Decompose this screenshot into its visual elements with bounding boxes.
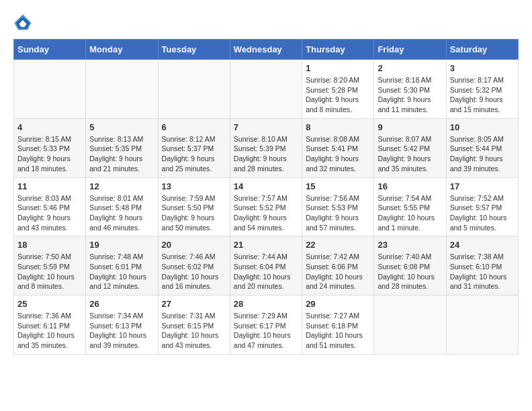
day-info: Sunrise: 7:46 AMSunset: 6:02 PMDaylight:…: [162, 252, 226, 291]
day-info: Sunrise: 8:12 AMSunset: 5:37 PMDaylight:…: [162, 134, 226, 174]
weekday-header-friday: Friday: [374, 40, 446, 60]
day-info: Sunrise: 8:08 AMSunset: 5:41 PMDaylight:…: [306, 134, 370, 174]
day-info: Sunrise: 7:54 AMSunset: 5:55 PMDaylight:…: [378, 193, 442, 233]
day-number: 18: [17, 240, 82, 250]
logo-icon: [13, 13, 32, 32]
calendar-cell: 9Sunrise: 8:07 AMSunset: 5:42 PMDaylight…: [374, 118, 446, 177]
calendar-cell: 13Sunrise: 7:59 AMSunset: 5:50 PMDayligh…: [158, 177, 230, 236]
day-info: Sunrise: 7:59 AMSunset: 5:50 PMDaylight:…: [162, 193, 226, 233]
day-info: Sunrise: 7:52 AMSunset: 5:57 PMDaylight:…: [450, 193, 515, 233]
calendar-cell: 21Sunrise: 7:44 AMSunset: 6:04 PMDayligh…: [230, 236, 302, 295]
day-info: Sunrise: 8:05 AMSunset: 5:44 PMDaylight:…: [450, 134, 515, 174]
calendar-cell: 11Sunrise: 8:03 AMSunset: 5:46 PMDayligh…: [14, 177, 86, 236]
day-number: 1: [306, 63, 370, 73]
day-number: 9: [378, 122, 442, 132]
day-number: 29: [306, 299, 370, 309]
day-number: 28: [234, 299, 298, 309]
day-info: Sunrise: 7:56 AMSunset: 5:53 PMDaylight:…: [306, 193, 370, 233]
calendar-cell: 19Sunrise: 7:48 AMSunset: 6:01 PMDayligh…: [86, 236, 158, 295]
day-info: Sunrise: 8:20 AMSunset: 5:28 PMDaylight:…: [306, 75, 370, 115]
weekday-header-wednesday: Wednesday: [230, 40, 302, 60]
day-number: 19: [89, 240, 154, 250]
day-number: 6: [162, 122, 226, 132]
day-number: 11: [17, 181, 82, 191]
day-number: 5: [89, 122, 154, 132]
day-info: Sunrise: 8:17 AMSunset: 5:32 PMDaylight:…: [450, 75, 515, 115]
calendar-cell: [158, 60, 230, 119]
calendar-cell: [14, 60, 86, 119]
day-number: 21: [234, 240, 298, 250]
calendar-cell: 15Sunrise: 7:56 AMSunset: 5:53 PMDayligh…: [302, 177, 374, 236]
day-info: Sunrise: 8:10 AMSunset: 5:39 PMDaylight:…: [234, 134, 298, 174]
day-info: Sunrise: 7:34 AMSunset: 6:13 PMDaylight:…: [89, 311, 154, 351]
day-info: Sunrise: 7:57 AMSunset: 5:52 PMDaylight:…: [234, 193, 298, 233]
day-number: 14: [234, 181, 298, 191]
day-info: Sunrise: 8:13 AMSunset: 5:35 PMDaylight:…: [89, 134, 154, 174]
day-info: Sunrise: 7:50 AMSunset: 5:59 PMDaylight:…: [17, 252, 82, 291]
calendar-cell: [230, 60, 302, 119]
day-info: Sunrise: 7:27 AMSunset: 6:18 PMDaylight:…: [306, 311, 370, 351]
calendar-cell: 22Sunrise: 7:42 AMSunset: 6:06 PMDayligh…: [302, 236, 374, 295]
day-number: 27: [162, 299, 226, 309]
calendar-cell: 16Sunrise: 7:54 AMSunset: 5:55 PMDayligh…: [374, 177, 446, 236]
day-number: 2: [378, 63, 442, 73]
day-number: 12: [89, 181, 154, 191]
calendar-cell: 1Sunrise: 8:20 AMSunset: 5:28 PMDaylight…: [302, 60, 374, 119]
calendar-cell: 10Sunrise: 8:05 AMSunset: 5:44 PMDayligh…: [446, 118, 518, 177]
weekday-header-thursday: Thursday: [302, 40, 374, 60]
calendar-table: SundayMondayTuesdayWednesdayThursdayFrid…: [13, 39, 519, 355]
calendar-cell: 25Sunrise: 7:36 AMSunset: 6:11 PMDayligh…: [14, 295, 86, 355]
day-info: Sunrise: 7:42 AMSunset: 6:06 PMDaylight:…: [306, 252, 370, 291]
calendar-cell: 24Sunrise: 7:38 AMSunset: 6:10 PMDayligh…: [446, 236, 518, 295]
weekday-header-monday: Monday: [86, 40, 158, 60]
day-number: 8: [306, 122, 370, 132]
day-number: 7: [234, 122, 298, 132]
calendar-cell: 29Sunrise: 7:27 AMSunset: 6:18 PMDayligh…: [302, 295, 374, 355]
calendar-cell: 23Sunrise: 7:40 AMSunset: 6:08 PMDayligh…: [374, 236, 446, 295]
calendar-week-row: 18Sunrise: 7:50 AMSunset: 5:59 PMDayligh…: [14, 236, 519, 295]
day-info: Sunrise: 7:38 AMSunset: 6:10 PMDaylight:…: [450, 252, 515, 291]
day-info: Sunrise: 8:03 AMSunset: 5:46 PMDaylight:…: [17, 193, 82, 233]
day-number: 23: [378, 240, 442, 250]
calendar-week-row: 25Sunrise: 7:36 AMSunset: 6:11 PMDayligh…: [14, 295, 519, 355]
calendar-cell: 18Sunrise: 7:50 AMSunset: 5:59 PMDayligh…: [14, 236, 86, 295]
calendar-header-row: SundayMondayTuesdayWednesdayThursdayFrid…: [14, 40, 519, 60]
day-number: 22: [306, 240, 370, 250]
day-info: Sunrise: 7:48 AMSunset: 6:01 PMDaylight:…: [89, 252, 154, 291]
calendar-week-row: 4Sunrise: 8:15 AMSunset: 5:33 PMDaylight…: [14, 118, 519, 177]
calendar-cell: 6Sunrise: 8:12 AMSunset: 5:37 PMDaylight…: [158, 118, 230, 177]
day-number: 13: [162, 181, 226, 191]
calendar-week-row: 1Sunrise: 8:20 AMSunset: 5:28 PMDaylight…: [14, 60, 519, 119]
calendar-cell: 27Sunrise: 7:31 AMSunset: 6:15 PMDayligh…: [158, 295, 230, 355]
day-number: 16: [378, 181, 442, 191]
calendar-cell: 20Sunrise: 7:46 AMSunset: 6:02 PMDayligh…: [158, 236, 230, 295]
day-info: Sunrise: 7:44 AMSunset: 6:04 PMDaylight:…: [234, 252, 298, 291]
calendar-cell: 5Sunrise: 8:13 AMSunset: 5:35 PMDaylight…: [86, 118, 158, 177]
day-info: Sunrise: 7:40 AMSunset: 6:08 PMDaylight:…: [378, 252, 442, 291]
day-info: Sunrise: 7:29 AMSunset: 6:17 PMDaylight:…: [234, 311, 298, 351]
calendar-cell: 12Sunrise: 8:01 AMSunset: 5:48 PMDayligh…: [86, 177, 158, 236]
calendar-cell: 26Sunrise: 7:34 AMSunset: 6:13 PMDayligh…: [86, 295, 158, 355]
calendar-cell: 2Sunrise: 8:18 AMSunset: 5:30 PMDaylight…: [374, 60, 446, 119]
page-header: [13, 13, 519, 32]
calendar-cell: [446, 295, 518, 355]
calendar-cell: 4Sunrise: 8:15 AMSunset: 5:33 PMDaylight…: [14, 118, 86, 177]
day-number: 4: [17, 122, 82, 132]
day-info: Sunrise: 7:31 AMSunset: 6:15 PMDaylight:…: [162, 311, 226, 351]
calendar-cell: [374, 295, 446, 355]
calendar-cell: 17Sunrise: 7:52 AMSunset: 5:57 PMDayligh…: [446, 177, 518, 236]
weekday-header-saturday: Saturday: [446, 40, 518, 60]
day-info: Sunrise: 8:01 AMSunset: 5:48 PMDaylight:…: [89, 193, 154, 233]
day-number: 26: [89, 299, 154, 309]
day-info: Sunrise: 8:07 AMSunset: 5:42 PMDaylight:…: [378, 134, 442, 174]
logo: [13, 13, 35, 32]
day-number: 10: [450, 122, 515, 132]
day-number: 25: [17, 299, 82, 309]
day-number: 15: [306, 181, 370, 191]
calendar-cell: 14Sunrise: 7:57 AMSunset: 5:52 PMDayligh…: [230, 177, 302, 236]
day-info: Sunrise: 8:18 AMSunset: 5:30 PMDaylight:…: [378, 75, 442, 115]
calendar-cell: 7Sunrise: 8:10 AMSunset: 5:39 PMDaylight…: [230, 118, 302, 177]
weekday-header-sunday: Sunday: [14, 40, 86, 60]
calendar-cell: [86, 60, 158, 119]
day-number: 20: [162, 240, 226, 250]
